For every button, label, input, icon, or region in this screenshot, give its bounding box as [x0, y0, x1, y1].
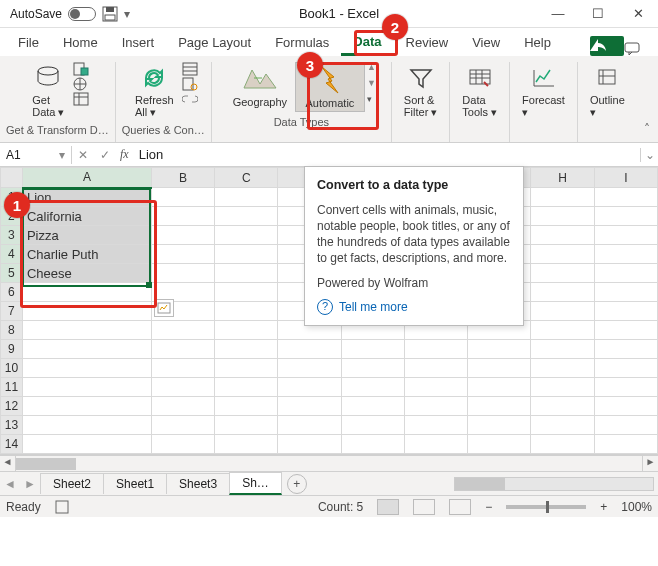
cell-a4[interactable]: Charlie Puth: [22, 245, 151, 264]
row-header[interactable]: 13: [1, 416, 23, 435]
cell[interactable]: [594, 435, 657, 454]
get-data-button[interactable]: Get Data ▾: [26, 62, 70, 120]
col-header-b[interactable]: B: [151, 168, 214, 188]
row-header[interactable]: 9: [1, 340, 23, 359]
cell[interactable]: [278, 340, 341, 359]
cell[interactable]: [22, 397, 151, 416]
cell[interactable]: [151, 359, 214, 378]
cell[interactable]: [531, 435, 594, 454]
cell[interactable]: [531, 378, 594, 397]
cell[interactable]: [22, 283, 151, 302]
cell[interactable]: [151, 378, 214, 397]
row-header[interactable]: 5: [1, 264, 23, 283]
cell[interactable]: [278, 359, 341, 378]
tab-view[interactable]: View: [460, 29, 512, 56]
datatype-next-icon[interactable]: ▼: [367, 78, 376, 88]
cell[interactable]: [341, 359, 404, 378]
from-web-icon[interactable]: [73, 77, 89, 91]
row-header[interactable]: 12: [1, 397, 23, 416]
tab-insert[interactable]: Insert: [110, 29, 167, 56]
zoom-thumb[interactable]: [546, 501, 549, 513]
data-tools-button[interactable]: Data Tools ▾: [456, 62, 503, 120]
minimize-button[interactable]: —: [538, 0, 578, 28]
cell[interactable]: [151, 226, 214, 245]
cell[interactable]: [468, 340, 531, 359]
cell[interactable]: [594, 340, 657, 359]
cell[interactable]: [278, 397, 341, 416]
qat-dropdown-icon[interactable]: ▾: [124, 7, 130, 21]
view-pagebreak-button[interactable]: [449, 499, 471, 515]
horizontal-scrollbar[interactable]: ◄ ►: [0, 455, 658, 471]
sheet-tab-2[interactable]: Sheet2: [40, 473, 104, 494]
view-pagelayout-button[interactable]: [413, 499, 435, 515]
collapse-ribbon-icon[interactable]: ˄: [644, 122, 650, 136]
cancel-formula-icon[interactable]: ✕: [72, 148, 94, 162]
cell[interactable]: [22, 340, 151, 359]
cell[interactable]: [594, 416, 657, 435]
close-button[interactable]: ✕: [618, 0, 658, 28]
cell[interactable]: [468, 359, 531, 378]
new-sheet-button[interactable]: +: [287, 474, 307, 494]
row-header[interactable]: 10: [1, 359, 23, 378]
cell[interactable]: [594, 207, 657, 226]
cell[interactable]: [22, 302, 151, 321]
col-header-h[interactable]: H: [531, 168, 594, 188]
cell[interactable]: [531, 226, 594, 245]
cell[interactable]: [468, 435, 531, 454]
tab-formulas[interactable]: Formulas: [263, 29, 341, 56]
row-header[interactable]: 11: [1, 378, 23, 397]
cell[interactable]: [22, 378, 151, 397]
sheet-tab-active[interactable]: Sh…: [229, 472, 282, 495]
cell[interactable]: [215, 340, 278, 359]
cell[interactable]: [594, 283, 657, 302]
col-header-c[interactable]: C: [215, 168, 278, 188]
row-header[interactable]: 8: [1, 321, 23, 340]
cell[interactable]: [531, 188, 594, 207]
cell[interactable]: [531, 321, 594, 340]
cell[interactable]: [215, 321, 278, 340]
row-header[interactable]: 6: [1, 283, 23, 302]
maximize-button[interactable]: ☐: [578, 0, 618, 28]
cell[interactable]: [341, 378, 404, 397]
cell-a2[interactable]: California: [22, 207, 151, 226]
row-header[interactable]: 4: [1, 245, 23, 264]
sheet-tab-1[interactable]: Sheet1: [103, 473, 167, 494]
cell[interactable]: [151, 207, 214, 226]
row-header[interactable]: 7: [1, 302, 23, 321]
cell[interactable]: [215, 435, 278, 454]
tab-home[interactable]: Home: [51, 29, 110, 56]
cell[interactable]: [594, 226, 657, 245]
cell[interactable]: [594, 378, 657, 397]
cell[interactable]: [151, 245, 214, 264]
cell[interactable]: [404, 340, 467, 359]
cell[interactable]: [531, 359, 594, 378]
enter-formula-icon[interactable]: ✓: [94, 148, 116, 162]
comments-button[interactable]: [624, 42, 652, 56]
cell[interactable]: [278, 416, 341, 435]
insert-function-icon[interactable]: fx: [116, 147, 133, 162]
row-header[interactable]: 3: [1, 226, 23, 245]
zoom-level[interactable]: 100%: [621, 500, 652, 514]
share-button[interactable]: [590, 36, 624, 56]
expand-formula-icon[interactable]: ⌄: [640, 148, 658, 162]
cell[interactable]: [278, 378, 341, 397]
sheet-nav-prev[interactable]: ◄: [0, 477, 20, 491]
outline-button[interactable]: Outline ▾: [584, 62, 631, 120]
cell[interactable]: [531, 207, 594, 226]
refresh-all-button[interactable]: Refresh All ▾: [129, 62, 180, 120]
scroll-thumb[interactable]: [16, 458, 76, 470]
cell[interactable]: [594, 245, 657, 264]
cell[interactable]: [151, 188, 214, 207]
cell[interactable]: [151, 416, 214, 435]
cell[interactable]: [151, 340, 214, 359]
cell[interactable]: [531, 397, 594, 416]
cell[interactable]: [404, 378, 467, 397]
tab-scroll-thumb[interactable]: [455, 478, 505, 490]
cell[interactable]: [594, 359, 657, 378]
save-icon[interactable]: [102, 6, 118, 22]
scroll-track[interactable]: [16, 456, 642, 471]
cell[interactable]: [531, 264, 594, 283]
sheet-nav-next[interactable]: ►: [20, 477, 40, 491]
row-header[interactable]: 14: [1, 435, 23, 454]
cell[interactable]: [215, 378, 278, 397]
